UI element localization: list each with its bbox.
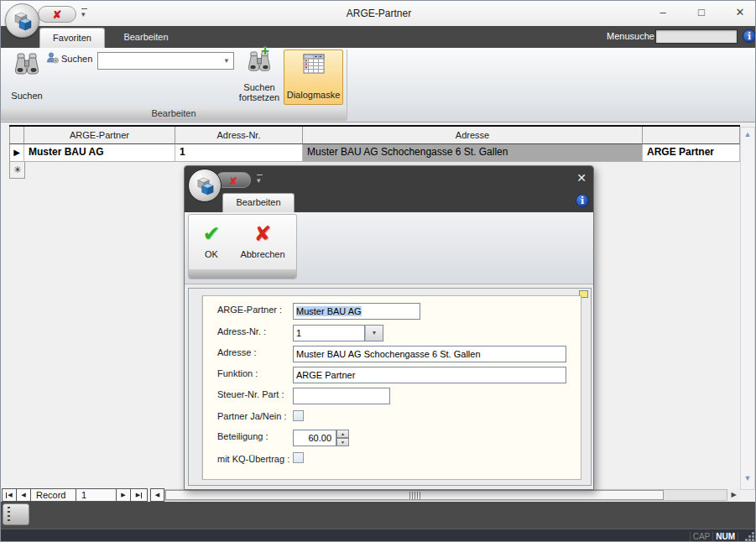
nav-prev-button[interactable]: ◀ (17, 489, 31, 501)
dialog-quick-access-dropdown-icon[interactable]: ▾ (257, 175, 263, 185)
beteiligung-spinner: ▲ ▼ (336, 430, 349, 446)
dialog-tab-bearbeiten[interactable]: Bearbeiten (222, 193, 295, 212)
statusbar-divider (690, 532, 691, 541)
cell-funktion[interactable]: ARGE Partner (643, 144, 740, 161)
funktion-field[interactable]: ARGE Partner (293, 367, 566, 383)
abbrechen-label: Abbrechen (240, 249, 284, 259)
suchen-fortsetzen-button[interactable]: + Suchen fortsetzen (235, 50, 284, 105)
dialog-titlebar: ✘ ▾ ✕ Bearbeiten i (185, 166, 593, 212)
beteiligung-field[interactable]: 60.00 (293, 430, 336, 446)
quick-access-close-icon[interactable]: ✘ (53, 8, 62, 21)
spin-up-icon[interactable]: ▲ (336, 430, 349, 438)
dialog-form-area: ARGE-Partner : Muster BAU AG Adress-Nr. … (188, 288, 592, 486)
bottom-toolbar-band (1, 502, 756, 529)
menusuche-label: Menusuche (607, 31, 654, 41)
ok-label: OK (205, 249, 218, 259)
field-label-adresse: Adresse : (217, 347, 256, 357)
statusbar: CAP NUM (1, 529, 756, 542)
spin-down-icon[interactable]: ▼ (336, 438, 349, 446)
edit-dialog: ✘ ▾ ✕ Bearbeiten i ✔ OK ✘ Abbrechen (184, 165, 594, 490)
column-header-arge-partner[interactable]: ARGE-Partner (24, 127, 175, 144)
chevron-down-icon[interactable]: ▼ (223, 57, 230, 65)
thumb-grip-icon (409, 492, 420, 499)
resize-grip-icon[interactable] (744, 531, 755, 542)
suchen-fortsetzen-label-1: Suchen (243, 82, 274, 92)
adress-nr-dropdown-button[interactable]: ▼ (365, 325, 383, 341)
column-header-funktion[interactable] (643, 127, 740, 144)
dialog-ribbon-group: ✔ OK ✘ Abbrechen (188, 214, 297, 279)
search-combo[interactable]: ▼ (97, 52, 234, 70)
field-label-beteiligung: Beteiligung : (217, 431, 269, 441)
suchen-small-button[interactable]: Suchen (61, 54, 92, 64)
check-icon: ✔ (203, 217, 221, 249)
maximize-button[interactable]: □ (687, 1, 716, 24)
record-label: Record (31, 489, 76, 501)
tab-favoriten[interactable]: Favoriten (39, 28, 105, 48)
table-row[interactable]: ▶ Muster BAU AG 1 Muster BAU AG Schochen… (9, 144, 740, 162)
adresse-field[interactable]: Muster BAU AG Schochengasse 6 St. Gallen (293, 346, 566, 362)
current-row-indicator: ▶ (9, 144, 24, 161)
vertical-scrollbar[interactable]: ▲ ▼ (740, 127, 755, 490)
window-title: ARGE-Partner (1, 8, 756, 19)
dialog-application-menu-button[interactable] (188, 169, 222, 202)
person-search-icon[interactable] (46, 52, 59, 67)
row-selector-header (9, 127, 24, 144)
suchen-fortsetzen-label-2: fortsetzen (239, 92, 279, 102)
hscroll-thumb[interactable] (165, 490, 664, 500)
record-navigator: ◀ ◀ Record 1 ▶ ▶ (2, 488, 148, 502)
caps-lock-indicator: CAP (693, 532, 711, 541)
abbrechen-button[interactable]: ✘ Abbrechen (231, 217, 295, 271)
cell-arge-partner[interactable]: Muster BAU AG (24, 144, 175, 161)
kq-uebertrag-checkbox[interactable] (293, 452, 304, 463)
record-number-field[interactable]: 1 (76, 489, 117, 501)
nav-bar (6, 492, 7, 498)
field-label-adress-nr: Adress-Nr. : (217, 326, 266, 336)
titlebar: ARGE-Partner – □ ✕ (1, 1, 756, 26)
dialog-quick-access-close-icon[interactable]: ✘ (229, 175, 237, 187)
ok-button[interactable]: ✔ OK (194, 217, 229, 271)
app-window: ARGE-Partner – □ ✕ ✘ ▾ Favoriten Bearbei… (0, 0, 756, 542)
statusbar-divider (738, 532, 738, 541)
quick-access-dropdown-icon[interactable]: ▾ (81, 8, 87, 18)
steuer-nr-field[interactable] (293, 388, 390, 404)
cube-logo-icon (12, 10, 34, 32)
tab-bearbeiten[interactable]: Bearbeiten (108, 28, 184, 48)
grip-dots-icon (8, 507, 10, 524)
cell-adress-nr[interactable]: 1 (175, 144, 303, 161)
dialogmaske-label: Dialogmaske (287, 90, 341, 100)
scroll-down-icon[interactable]: ▼ (741, 474, 754, 482)
minimize-button[interactable]: – (649, 1, 677, 24)
plus-icon: + (261, 46, 269, 56)
dialog-close-button[interactable]: ✕ (576, 171, 587, 185)
field-label-funktion: Funktion : (217, 368, 258, 378)
hscroll-left-button[interactable]: ◀ (150, 488, 164, 502)
info-icon[interactable]: i (743, 29, 756, 43)
menusuche-input[interactable] (655, 29, 738, 44)
binoculars-plus-icon: + (248, 51, 271, 75)
close-button[interactable]: ✕ (726, 1, 754, 24)
quick-access-toolbar: ✘ (38, 6, 76, 23)
group-separator (347, 50, 347, 120)
current-row-icon: ▶ (13, 148, 20, 157)
dialogmaske-button[interactable]: Dialogmaske (284, 50, 343, 105)
nav-first-button[interactable]: ◀ (3, 489, 17, 501)
new-row-selector[interactable]: ✳ (9, 162, 25, 179)
cube-logo-icon (195, 175, 216, 196)
application-menu-button[interactable] (5, 3, 39, 38)
hscroll-right-button[interactable]: ▶ (727, 489, 740, 501)
arge-partner-field[interactable]: Muster BAU AG (293, 303, 420, 320)
cell-adresse[interactable]: Muster BAU AG Schochengasse 6 St. Gallen (303, 144, 643, 161)
horizontal-scrollbar[interactable] (164, 489, 727, 501)
scroll-up-icon[interactable]: ▲ (741, 130, 754, 138)
nav-last-button[interactable]: ▶ (131, 489, 147, 501)
partner-ja-nein-checkbox[interactable] (293, 410, 304, 421)
toolbar-grip-button[interactable] (3, 503, 29, 525)
dialog-info-icon[interactable]: i (576, 194, 589, 207)
column-header-adresse[interactable]: Adresse (303, 127, 643, 144)
nav-next-button[interactable]: ▶ (117, 489, 131, 501)
adress-nr-field[interactable]: 1 (293, 325, 365, 341)
record-navigator-strip: ◀ ◀ Record 1 ▶ ▶ ◀ ▶ (1, 488, 740, 502)
column-header-adress-nr[interactable]: Adress-Nr. (175, 127, 303, 144)
selected-text: Muster BAU AG (296, 306, 362, 316)
suchen-button[interactable]: Suchen (3, 50, 51, 105)
